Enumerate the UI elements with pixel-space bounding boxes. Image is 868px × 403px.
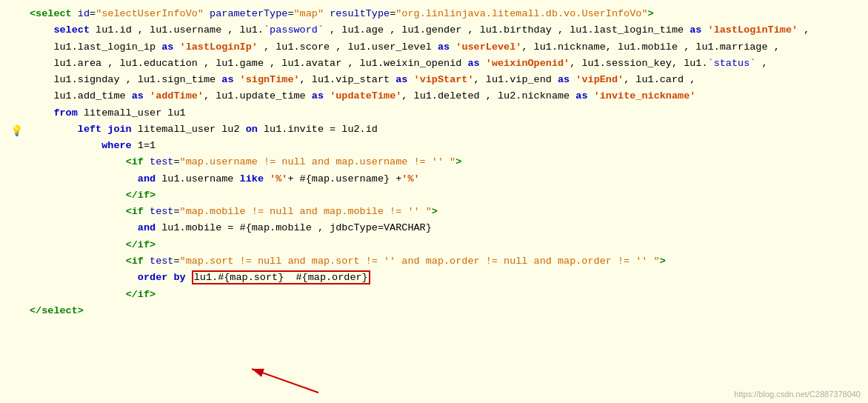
- line-10: <if test="map.username != null and map.u…: [7, 154, 861, 170]
- code-content-7: from litemall_user lu1: [30, 105, 861, 121]
- code-block: <select id="selectUserInfoVo" parameterT…: [0, 0, 868, 325]
- line-3: lu1.last_login_ip as 'lastLoginIp' , lu1…: [7, 39, 861, 56]
- code-content-18: </if>: [30, 287, 861, 303]
- watermark: https://blog.csdn.net/C2887378040: [734, 390, 861, 399]
- line-4: lu1.area , lu1.education , lu1.game , lu…: [7, 56, 861, 72]
- svg-line-1: [252, 369, 318, 393]
- code-content-19: </select>: [30, 303, 861, 319]
- code-content-9: where 1=1: [30, 138, 861, 154]
- line-8: 💡 left join litemall_user lu2 on lu1.inv…: [7, 121, 861, 138]
- code-content-16: <if test="map.sort != null and map.sort …: [30, 253, 861, 270]
- line-12: </if>: [7, 187, 861, 204]
- highlight-box: lu1.#{map.sort} #{map.order}: [192, 270, 370, 284]
- line-2: select lu1.id , lu1.username , lu1.`pass…: [7, 22, 861, 39]
- code-content-1: <select id="selectUserInfoVo" parameterT…: [30, 6, 861, 22]
- line-15: </if>: [7, 237, 861, 253]
- code-content-4: lu1.area , lu1.education , lu1.game , lu…: [30, 56, 861, 72]
- code-content-2: select lu1.id , lu1.username , lu1.`pass…: [30, 22, 861, 39]
- line-9: where 1=1: [7, 138, 861, 154]
- line-14: and lu1.mobile = #{map.mobile , jdbcType…: [7, 220, 861, 236]
- code-content-12: </if>: [30, 187, 861, 204]
- line-11: and lu1.username like '%'+ #{map.usernam…: [7, 171, 861, 187]
- code-content-11: and lu1.username like '%'+ #{map.usernam…: [30, 171, 861, 187]
- line-7: from litemall_user lu1: [7, 105, 861, 121]
- line-1: <select id="selectUserInfoVo" parameterT…: [7, 6, 861, 22]
- code-content-13: <if test="map.mobile != null and map.mob…: [30, 204, 861, 220]
- code-content-10: <if test="map.username != null and map.u…: [30, 154, 861, 170]
- line-13: <if test="map.mobile != null and map.mob…: [7, 204, 861, 220]
- line-17: order by lu1.#{map.sort} #{map.order}: [7, 270, 861, 286]
- line-16: <if test="map.sort != null and map.sort …: [7, 253, 861, 270]
- code-content-14: and lu1.mobile = #{map.mobile , jdbcType…: [30, 220, 861, 236]
- line-6: lu1.add_time as 'addTime', lu1.update_ti…: [7, 88, 861, 104]
- code-content-8: left join litemall_user lu2 on lu1.invit…: [30, 121, 861, 138]
- code-content-5: lu1.signday , lu1.sign_time as 'signTime…: [30, 72, 861, 88]
- code-content-6: lu1.add_time as 'addTime', lu1.update_ti…: [30, 88, 861, 104]
- line-5: lu1.signday , lu1.sign_time as 'signTime…: [7, 72, 861, 88]
- line-19: </select>: [7, 303, 861, 319]
- arrow-annotation: [230, 363, 348, 396]
- code-content-17: order by lu1.#{map.sort} #{map.order}: [30, 270, 861, 286]
- code-content-3: lu1.last_login_ip as 'lastLoginIp' , lu1…: [30, 39, 861, 56]
- line-18: </if>: [7, 287, 861, 303]
- code-content-15: </if>: [30, 237, 861, 253]
